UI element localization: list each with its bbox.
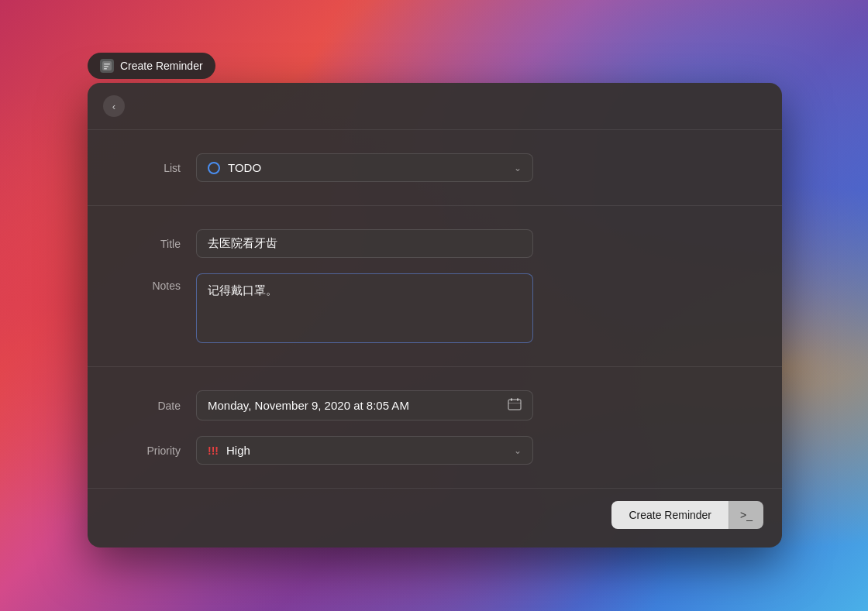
svg-rect-1 xyxy=(104,64,110,65)
date-picker[interactable]: Monday, November 9, 2020 at 8:05 AM xyxy=(196,390,533,420)
title-notes-section: Title Notes 记得戴口罩。 xyxy=(88,206,782,367)
date-label: Date xyxy=(119,400,181,412)
create-reminder-dialog: ‹ List TODO ⌄ Title Notes 记得戴口罩。 Da xyxy=(88,83,782,547)
dialog-footer: Create Reminder >_ xyxy=(88,489,782,547)
svg-rect-4 xyxy=(508,400,521,410)
svg-rect-7 xyxy=(508,403,521,403)
create-reminder-icon-button[interactable]: >_ xyxy=(728,501,763,529)
title-bar-label: Create Reminder xyxy=(120,60,203,72)
priority-select-wrapper: !!! High ⌄ xyxy=(196,436,533,465)
priority-select[interactable]: !!! High ⌄ xyxy=(196,436,533,465)
svg-rect-2 xyxy=(104,66,108,67)
create-reminder-button[interactable]: Create Reminder xyxy=(611,501,728,529)
date-wrapper: Monday, November 9, 2020 at 8:05 AM xyxy=(196,390,533,420)
svg-rect-6 xyxy=(517,398,518,401)
priority-value: High xyxy=(226,444,250,457)
list-value: TODO xyxy=(228,161,261,174)
list-field-row: List TODO ⌄ xyxy=(88,146,782,190)
priority-field-row: Priority !!! High ⌄ xyxy=(88,428,782,472)
list-select[interactable]: TODO ⌄ xyxy=(196,153,533,182)
notes-field-row: Notes 记得戴口罩。 xyxy=(88,266,782,351)
priority-dropdown-arrow: ⌄ xyxy=(514,445,522,456)
title-label: Title xyxy=(119,238,181,250)
date-field-row: Date Monday, November 9, 2020 at 8:05 AM xyxy=(88,383,782,428)
title-input[interactable] xyxy=(196,229,533,258)
list-section: List TODO ⌄ xyxy=(88,130,782,206)
title-field-row: Title xyxy=(88,221,782,266)
app-icon xyxy=(100,59,114,73)
svg-rect-5 xyxy=(511,398,512,401)
back-button[interactable]: ‹ xyxy=(103,95,125,117)
dialog-header: ‹ xyxy=(88,83,782,130)
list-dropdown-arrow: ⌄ xyxy=(514,163,522,173)
notes-input[interactable]: 记得戴口罩。 xyxy=(196,273,533,343)
title-bar-pill: Create Reminder xyxy=(88,53,215,79)
list-icon xyxy=(208,162,220,174)
list-select-wrapper: TODO ⌄ xyxy=(196,153,533,182)
list-label: List xyxy=(119,162,181,174)
date-priority-section: Date Monday, November 9, 2020 at 8:05 AM xyxy=(88,367,782,489)
svg-rect-3 xyxy=(104,68,107,70)
priority-label: Priority xyxy=(119,445,181,457)
priority-icon: !!! xyxy=(208,445,219,457)
notes-label: Notes xyxy=(119,280,181,292)
calendar-icon xyxy=(508,398,522,413)
date-value: Monday, November 9, 2020 at 8:05 AM xyxy=(208,399,409,412)
